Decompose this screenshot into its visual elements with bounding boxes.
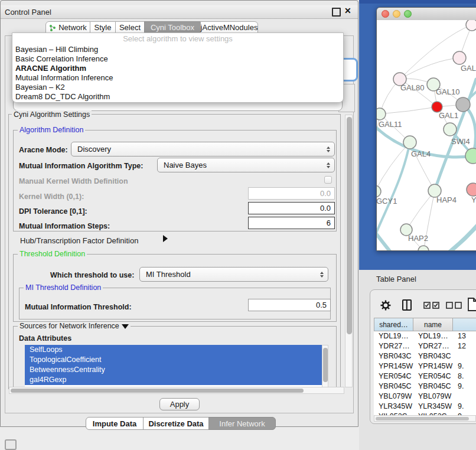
node-partial-top[interactable] xyxy=(466,20,476,31)
cell-name: YLR345W xyxy=(413,402,453,412)
gear-icon[interactable] xyxy=(380,300,391,311)
list-item[interactable]: TopologicalCoefficient xyxy=(25,355,322,365)
node-gray[interactable] xyxy=(456,97,470,112)
column-header-partial[interactable] xyxy=(453,318,476,331)
node-gal-pink[interactable] xyxy=(453,51,466,64)
node-label: GCY1 xyxy=(377,197,397,206)
tab-style[interactable]: Style xyxy=(90,21,116,34)
document-icon[interactable] xyxy=(467,298,476,312)
settings-hscroll-thumb[interactable] xyxy=(11,389,304,393)
cell-value xyxy=(453,392,476,402)
node-gcy1[interactable] xyxy=(377,185,381,197)
cell-value: 8. xyxy=(453,371,476,381)
list-scrollbar-thumb[interactable] xyxy=(323,348,328,382)
dpi-tolerance-field[interactable] xyxy=(248,202,335,214)
floating-panel-icon[interactable] xyxy=(5,439,17,450)
node-partial-bottom[interactable] xyxy=(418,246,429,251)
screen: Control Panel ✕ Network Style Select Cyn… xyxy=(0,0,476,450)
dropdown-item[interactable]: Basic Correlation Inference xyxy=(12,54,341,64)
minimize-traffic-light[interactable] xyxy=(393,10,400,18)
cell-shared: YBR043C xyxy=(374,351,413,361)
table-panel: Table Panel xyxy=(359,270,476,450)
tab-impute-data[interactable]: Impute Data xyxy=(86,417,144,430)
dropdown-item-selected[interactable]: ARACNE Algorithm xyxy=(12,64,341,73)
list-item[interactable]: SelfLoops xyxy=(25,345,322,355)
list-scrollbar[interactable] xyxy=(322,345,328,387)
select-all-checkboxes-icon[interactable] xyxy=(423,302,440,309)
node-green-large[interactable] xyxy=(465,148,476,164)
table-row[interactable]: YER054C YER054C 8. xyxy=(374,371,476,381)
desktop-top-strip xyxy=(359,0,476,4)
cell-shared: YDR27… xyxy=(374,341,413,351)
table-row[interactable]: YDR27… YDR27… 12 xyxy=(374,341,476,351)
show-columns-icon[interactable] xyxy=(402,299,412,311)
mi-threshold-field[interactable] xyxy=(248,299,331,311)
node-gal4[interactable] xyxy=(403,136,416,149)
cell-name: YPR145W xyxy=(413,361,453,371)
expand-arrow-icon[interactable] xyxy=(163,235,168,242)
kernel-width-label: Kernel Width (0,1): xyxy=(19,193,84,201)
cell-name: YBL079W xyxy=(413,392,453,402)
apply-button[interactable]: Apply xyxy=(159,398,200,410)
cell-shared: YBR045C xyxy=(374,381,413,392)
cell-name: YBR043C xyxy=(413,351,453,361)
table-hscroll-thumb[interactable] xyxy=(376,417,469,420)
dropdown-item[interactable]: Bayesian – Hill Climbing xyxy=(12,45,341,54)
table-horizontal-scrollbar[interactable] xyxy=(374,415,476,422)
node-salmon[interactable] xyxy=(467,183,476,196)
column-header-name[interactable]: name xyxy=(413,318,453,331)
which-threshold-combo[interactable]: MI Threshold xyxy=(139,267,328,282)
table-row[interactable]: YBL079W YBL079W xyxy=(374,392,476,402)
kernel-width-field xyxy=(248,187,335,200)
list-item[interactable]: BetweennessCentrality xyxy=(25,365,322,375)
data-attributes-label: Data Attributes xyxy=(19,334,71,343)
cell-shared: YPR145W xyxy=(374,361,413,371)
tab-network[interactable]: Network xyxy=(45,21,90,34)
list-item[interactable]: gal4RGexp xyxy=(25,375,322,385)
combo-stepper-icon xyxy=(327,146,330,152)
node-label: HAP4 xyxy=(436,195,457,204)
node-label: GAL80 xyxy=(400,83,424,92)
settings-vertical-scrollbar[interactable] xyxy=(345,115,353,387)
mi-steps-field[interactable] xyxy=(248,217,335,229)
dropdown-item[interactable]: Mutual Information Inference xyxy=(12,73,341,83)
sources-box-title: Sources for Network Inference xyxy=(18,322,131,330)
node-gal11[interactable] xyxy=(377,108,386,120)
table-row[interactable]: YPR145W YPR145W 9. xyxy=(374,361,476,371)
control-panel-titlebar xyxy=(1,5,358,19)
tab-select[interactable]: Select xyxy=(115,21,145,34)
cell-value: 9. xyxy=(453,381,476,392)
mi-type-combo[interactable]: Naive Bayes xyxy=(157,158,335,172)
table-row[interactable]: YDL19… YDL19… 13 xyxy=(374,331,476,341)
aracne-mode-combo[interactable]: Discovery xyxy=(71,142,335,156)
manual-kernel-checkbox xyxy=(324,176,332,184)
deselect-all-checkboxes-icon[interactable] xyxy=(446,302,462,309)
dropdown-item[interactable]: Bayesian – K2 xyxy=(12,83,341,92)
node-swi4[interactable] xyxy=(444,123,457,136)
table-row[interactable]: YLR345W YLR345W 9. xyxy=(374,402,476,412)
cell-name: YER054C xyxy=(413,371,453,381)
mi-threshold-label: Mutual Information Threshold: xyxy=(25,303,132,311)
settings-horizontal-scrollbar[interactable] xyxy=(9,387,344,394)
cell-name: YBR045C xyxy=(413,381,453,392)
tab-infer-network[interactable]: Infer Network xyxy=(208,417,276,430)
float-window-icon[interactable] xyxy=(332,8,341,17)
network-view-window: GAL GAL80 GAL10 GAL1 GAL11 SWI4 GAL4 GCY… xyxy=(376,7,476,251)
node-label: HAP2 xyxy=(408,234,428,243)
cell-value: 12 xyxy=(453,341,476,351)
close-icon[interactable]: ✕ xyxy=(344,6,351,15)
mi-steps-label: Mutual Information Steps: xyxy=(19,222,110,230)
combo-stepper-icon xyxy=(327,162,330,168)
tab-cyni-toolbox[interactable]: Cyni Toolbox xyxy=(144,21,201,34)
tab-discretize-data[interactable]: Discretize Data xyxy=(143,417,209,430)
network-canvas[interactable]: GAL GAL80 GAL10 GAL1 GAL11 SWI4 GAL4 GCY… xyxy=(377,20,476,251)
close-traffic-light[interactable] xyxy=(382,10,389,18)
tab-jactivemnodules[interactable]: jActiveMNodules xyxy=(200,21,258,34)
zoom-traffic-light[interactable] xyxy=(404,10,412,18)
dropdown-item[interactable]: Dream8 DC_TDC Algorithm xyxy=(12,92,341,102)
table-row[interactable]: YBR043C YBR043C xyxy=(374,351,476,361)
settings-vscroll-thumb[interactable] xyxy=(347,117,352,334)
collapse-arrow-icon[interactable] xyxy=(122,324,129,329)
table-row[interactable]: YBR045C YBR045C 9. xyxy=(374,381,476,392)
column-header-shared[interactable]: shared… xyxy=(374,318,413,331)
